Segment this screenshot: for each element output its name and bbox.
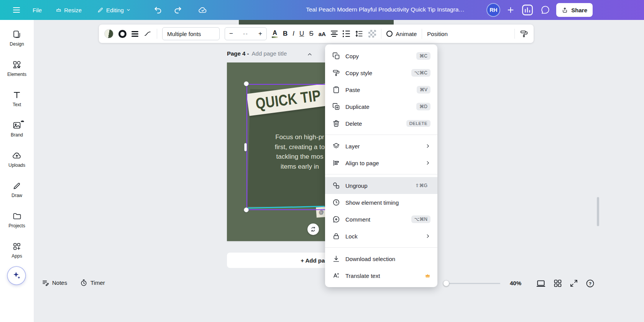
file-menu-button[interactable]: File	[33, 7, 42, 13]
menu-item-download-selection[interactable]: Download selection	[325, 250, 437, 267]
transparency-button[interactable]	[368, 30, 376, 38]
timer-button[interactable]: Timer	[80, 279, 105, 287]
canvas-scrollbar[interactable]	[597, 197, 599, 226]
comments-bubble-icon[interactable]	[540, 5, 550, 15]
selection-handle-top-left[interactable]	[244, 81, 249, 86]
menu-item-translate-text[interactable]: Translate text	[325, 267, 437, 284]
crown-icon	[56, 7, 62, 13]
notes-label: Notes	[52, 279, 67, 286]
assistant-button[interactable]	[8, 267, 25, 284]
download-icon	[332, 255, 340, 263]
help-icon[interactable]: ?	[585, 279, 595, 288]
sidebar-item-elements[interactable]: Elements	[0, 60, 34, 90]
animate-label: Animate	[396, 31, 417, 37]
menu-item-copy[interactable]: Copy ⌘C	[325, 48, 437, 64]
sidebar-item-draw[interactable]: Draw	[0, 181, 34, 212]
menu-item-show-element-timing[interactable]: Show element timing	[325, 194, 437, 211]
sidebar-item-text[interactable]: Text	[0, 90, 34, 121]
menu-item-duplicate[interactable]: Duplicate ⌘D	[325, 98, 437, 115]
sidebar-item-design[interactable]: Design	[0, 30, 34, 60]
grid-view-icon[interactable]	[553, 279, 562, 288]
hamburger-menu-icon[interactable]	[12, 5, 21, 15]
redo-icon[interactable]	[173, 5, 182, 15]
zoom-level[interactable]: 40%	[510, 280, 521, 286]
invite-plus-icon[interactable]	[506, 6, 515, 14]
selection-handle-middle-left[interactable]	[244, 143, 247, 151]
toolbar-divider	[514, 29, 515, 39]
sidebar-label: Uploads	[8, 163, 25, 168]
text-color-button[interactable]: A	[272, 30, 278, 38]
notes-button[interactable]: Notes	[41, 279, 67, 287]
fullscreen-icon[interactable]	[569, 279, 578, 288]
line-curve-icon[interactable]	[143, 30, 152, 38]
list-button[interactable]	[343, 30, 350, 37]
sidebar-item-projects[interactable]: Projects	[0, 212, 34, 242]
sidebar-label: Projects	[8, 223, 25, 228]
clock-icon	[332, 199, 340, 206]
chevron-right-icon	[425, 233, 430, 239]
menu-item-label: Download selection	[345, 256, 430, 262]
cloud-save-status-icon[interactable]	[198, 5, 207, 15]
crown-badge-icon	[20, 119, 25, 123]
menu-item-lock[interactable]: Lock	[325, 228, 437, 245]
menu-item-copy-style[interactable]: Copy style ⌥⌘C	[325, 64, 437, 81]
zoom-slider-knob[interactable]	[443, 280, 449, 286]
shortcut-badge: ⌘C	[416, 52, 430, 60]
italic-button[interactable]: I	[292, 30, 294, 38]
draw-icon	[12, 181, 21, 191]
help-glyph: ?	[589, 281, 591, 286]
insights-chart-icon[interactable]	[521, 3, 534, 16]
bold-button[interactable]: B	[283, 30, 288, 38]
zoom-slider[interactable]	[446, 283, 500, 284]
selection-handle-bottom-left[interactable]	[244, 207, 249, 212]
underline-button[interactable]: U	[299, 30, 304, 38]
copy-style-icon	[332, 69, 340, 77]
menu-item-label: Copy style	[345, 70, 406, 76]
notes-icon	[41, 279, 49, 287]
sidebar-item-brand[interactable]: Brand	[0, 121, 34, 151]
font-family-selector[interactable]: Multiple fonts	[162, 27, 220, 40]
sidebar-label: Design	[10, 41, 24, 47]
menu-item-ungroup[interactable]: Ungroup ⇧⌘G	[325, 177, 437, 194]
collapse-page-chevron-up-icon[interactable]	[307, 51, 313, 58]
menu-item-align-to-page[interactable]: Align to page	[325, 154, 437, 171]
document-title[interactable]: Teal Peach Modern Playful Productivity Q…	[300, 6, 470, 13]
border-color-swatch[interactable]	[118, 30, 127, 38]
page-title-placeholder[interactable]: Add page title	[252, 50, 287, 57]
rotate-handle[interactable]	[307, 223, 319, 235]
text-align-button[interactable]	[331, 31, 338, 37]
paste-icon	[332, 86, 340, 94]
undo-icon[interactable]	[154, 5, 163, 15]
stroke-weight-icon[interactable]	[131, 31, 138, 37]
menu-item-paste[interactable]: Paste ⌘V	[325, 81, 437, 98]
text-case-button[interactable]: aA	[319, 31, 326, 37]
menu-item-label: Paste	[345, 87, 412, 93]
menu-item-delete[interactable]: Delete DELETE	[325, 115, 437, 132]
copy-style-roller-icon[interactable]	[520, 30, 528, 38]
avatar[interactable]: RH	[486, 3, 500, 17]
spacing-button[interactable]	[355, 30, 363, 38]
layers-icon	[332, 142, 340, 150]
increase-font-size-button[interactable]: +	[254, 30, 266, 38]
decrease-font-size-button[interactable]: −	[225, 30, 237, 38]
animate-button[interactable]: Animate	[386, 31, 417, 37]
menu-item-label: Comment	[345, 216, 406, 223]
ungroup-icon	[332, 182, 340, 189]
font-size-value[interactable]: --	[237, 31, 254, 37]
resize-button[interactable]: Resize	[56, 7, 82, 13]
apps-icon	[12, 242, 21, 251]
shortcut-badge: DELETE	[406, 120, 430, 127]
present-view-icon[interactable]	[536, 279, 546, 289]
document-color-swatch[interactable]	[104, 29, 113, 38]
position-button[interactable]: Position	[427, 31, 447, 37]
sidebar-item-uploads[interactable]: Uploads	[0, 151, 34, 181]
shortcut-badge: ⌥⌘N	[411, 215, 431, 223]
share-button[interactable]: Share	[556, 3, 593, 17]
sidebar-label: Brand	[11, 132, 23, 138]
menu-item-comment[interactable]: Comment ⌥⌘N	[325, 211, 437, 228]
editing-mode-dropdown[interactable]: Editing	[97, 7, 131, 13]
strikethrough-button[interactable]: S	[309, 30, 313, 38]
context-menu: Copy ⌘C Copy style ⌥⌘C Paste ⌘V Duplicat…	[325, 44, 437, 287]
share-upload-icon	[562, 7, 568, 13]
menu-item-layer[interactable]: Layer	[325, 138, 437, 154]
